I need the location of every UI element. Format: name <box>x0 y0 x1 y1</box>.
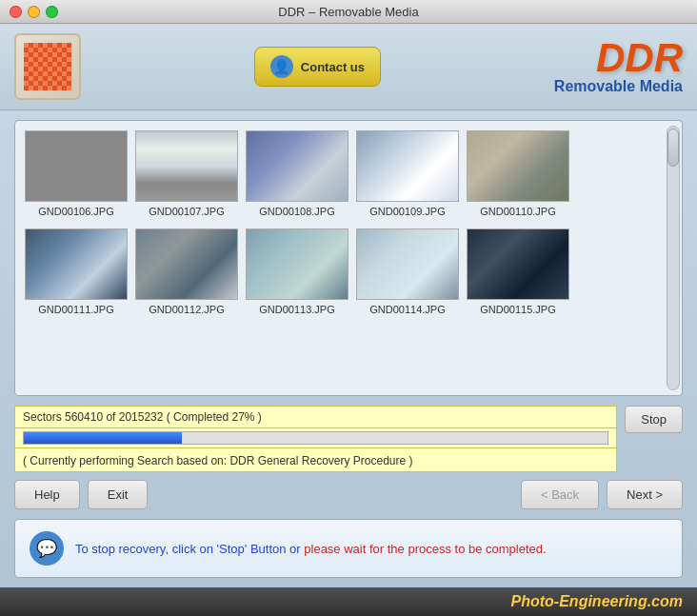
info-icon: 💬 <box>30 531 64 566</box>
nav-buttons: Help Exit < Back Next > <box>14 480 683 509</box>
progress-sectors-text: Sectors 560410 of 2015232 ( Completed 27… <box>23 410 608 424</box>
photo-thumbnail[interactable] <box>25 130 128 202</box>
photo-thumbnail[interactable] <box>246 229 348 300</box>
photo-item[interactable]: GND00114.JPG <box>356 229 459 315</box>
photo-item[interactable]: GND00113.JPG <box>246 229 348 315</box>
footer-brand: Photo-Engineering.com <box>511 593 683 610</box>
brand-sub-text: Removable Media <box>554 78 683 95</box>
photo-item[interactable]: GND00110.JPG <box>467 130 569 217</box>
next-button[interactable]: Next > <box>607 480 683 509</box>
progress-bar-inner <box>24 432 182 444</box>
contact-label: Contact us <box>301 60 365 74</box>
minimize-button[interactable] <box>28 6 40 18</box>
photo-label: GND00106.JPG <box>38 206 113 217</box>
logo-icon <box>24 43 71 90</box>
progress-status-box: ( Currently performing Search based on: … <box>14 448 617 472</box>
window-controls <box>10 6 58 18</box>
scrollbar[interactable] <box>667 126 680 390</box>
photo-item[interactable]: GND00111.JPG <box>25 229 128 315</box>
photo-label: GND00109.JPG <box>369 206 445 217</box>
window-title: DDR – Removable Media <box>278 5 418 19</box>
info-box: 💬 To stop recovery, click on 'Stop' Butt… <box>14 519 683 578</box>
back-button[interactable]: < Back <box>521 480 599 509</box>
photo-label: GND00111.JPG <box>38 304 113 315</box>
photo-thumbnail[interactable] <box>246 130 348 202</box>
info-highlight: please wait for the process to be comple… <box>304 542 546 556</box>
stop-button[interactable]: Stop <box>625 406 683 433</box>
photo-row-2: GND00111.JPG GND00112.JPG GND00113.JPG G… <box>25 229 672 315</box>
photo-item[interactable]: GND00108.JPG <box>246 130 348 217</box>
app-logo <box>14 33 81 100</box>
progress-info-box: Sectors 560410 of 2015232 ( Completed 27… <box>14 406 617 428</box>
brand-logo: DDR Removable Media <box>554 38 683 95</box>
main-content: GND00106.JPG GND00107.JPG GND00108.JPG G… <box>0 110 697 587</box>
photo-label: GND00107.JPG <box>149 206 224 217</box>
photo-label: GND00114.JPG <box>369 304 445 315</box>
progress-status-text: ( Currently performing Search based on: … <box>23 454 413 467</box>
progress-section: Sectors 560410 of 2015232 ( Completed 27… <box>14 406 683 472</box>
close-button[interactable] <box>10 6 22 18</box>
progress-bar-outer <box>23 431 608 445</box>
footer-brand-text: Photo-Engineering.com <box>511 593 683 609</box>
contact-icon: 👤 <box>270 55 293 78</box>
photo-label: GND00110.JPG <box>480 206 555 217</box>
photo-label: GND00108.JPG <box>259 206 334 217</box>
photo-thumbnail[interactable] <box>467 229 569 300</box>
scrollbar-thumb[interactable] <box>667 129 679 167</box>
photo-label: GND00112.JPG <box>149 304 224 315</box>
photo-thumbnail[interactable] <box>135 229 238 300</box>
title-bar: DDR – Removable Media <box>0 0 697 24</box>
photo-thumbnail[interactable] <box>356 130 459 202</box>
main-window: DDR – Removable Media 👤 Contact us DDR R… <box>0 0 697 616</box>
exit-button[interactable]: Exit <box>88 480 149 509</box>
footer: Photo-Engineering.com <box>0 587 697 616</box>
photo-row-1: GND00106.JPG GND00107.JPG GND00108.JPG G… <box>25 130 672 217</box>
header: 👤 Contact us DDR Removable Media <box>0 24 697 110</box>
photo-label: GND00115.JPG <box>480 304 555 315</box>
brand-ddr-text: DDR <box>554 38 683 78</box>
contact-button[interactable]: 👤 Contact us <box>254 47 381 87</box>
photo-thumbnail[interactable] <box>467 130 569 202</box>
photo-item[interactable]: GND00112.JPG <box>135 229 238 315</box>
photo-grid-container: GND00106.JPG GND00107.JPG GND00108.JPG G… <box>14 120 683 396</box>
photo-item[interactable]: GND00115.JPG <box>467 229 569 315</box>
photo-thumbnail[interactable] <box>135 130 238 202</box>
progress-bar-container <box>14 428 617 448</box>
photo-thumbnail[interactable] <box>25 229 128 300</box>
photo-item[interactable]: GND00107.JPG <box>135 130 238 217</box>
info-text: To stop recovery, click on 'Stop' Button… <box>75 542 547 556</box>
photo-thumbnail[interactable] <box>356 229 459 300</box>
photo-item[interactable]: GND00109.JPG <box>356 130 459 217</box>
help-button[interactable]: Help <box>14 480 80 509</box>
photo-label: GND00113.JPG <box>259 304 334 315</box>
maximize-button[interactable] <box>46 6 58 18</box>
photo-item[interactable]: GND00106.JPG <box>25 130 128 217</box>
